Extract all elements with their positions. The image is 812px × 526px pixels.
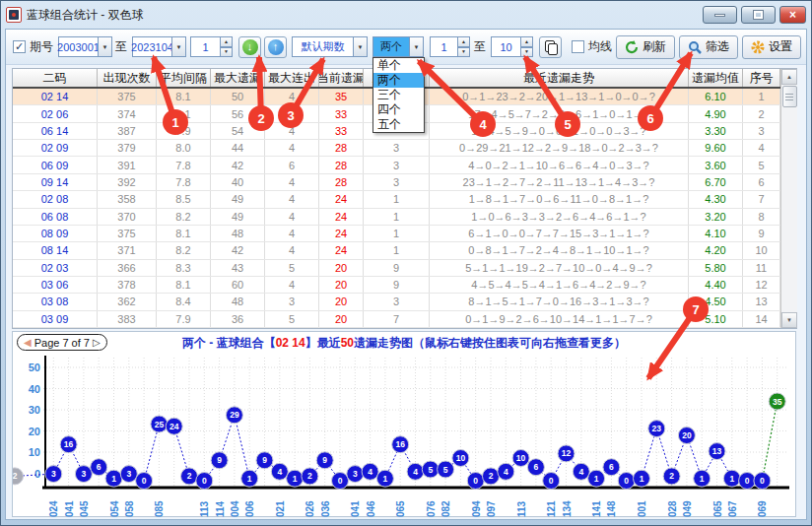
- svg-text:4: 4: [504, 467, 508, 477]
- next-period-button[interactable]: ↑: [264, 36, 287, 58]
- cell-miss_mean: 9.60: [689, 140, 743, 156]
- client-area: ✓ 期号 2003001 ▼ 至 2023104 ▼ 1 ▲▼ ↓ ↑ 默认期数…: [5, 29, 807, 520]
- svg-text:026: 026: [304, 500, 315, 517]
- column-header[interactable]: 序号: [743, 69, 780, 87]
- cell-cur_miss: 28: [319, 140, 364, 156]
- cell-max_streak: 5: [265, 311, 319, 327]
- svg-text:001: 001: [637, 500, 647, 517]
- column-header[interactable]: 平均间隔: [157, 69, 211, 87]
- table-row[interactable]: 09 143927.840428323→1→2→7→2→11→13→1→4→3→…: [13, 174, 780, 191]
- period-from-combo[interactable]: 2003001 ▼: [58, 36, 112, 57]
- table-row[interactable]: 02 083588.54942411→8→1→7→0→6→11→0→8→1→?4…: [13, 191, 780, 208]
- svg-text:054: 054: [109, 500, 120, 517]
- omission-trend-chart[interactable]: 0102030405023163613025242092919412903411…: [13, 352, 795, 519]
- svg-text:006: 006: [244, 500, 255, 517]
- page-prev-icon[interactable]: ◀: [24, 337, 32, 348]
- prev-period-button[interactable]: ↓: [238, 36, 261, 58]
- group-size-combo[interactable]: 两个 ▼ 单个两个三个四个五个: [372, 36, 424, 57]
- svg-text:0: 0: [338, 476, 343, 486]
- preset-periods-combo[interactable]: 默认期数 ▼: [292, 36, 368, 57]
- chart-title-segment: 遗漏走势图（鼠标右键按住图表可向右拖查看更多）: [354, 336, 626, 350]
- period-to-combo[interactable]: 2023104 ▼: [132, 36, 186, 57]
- cell-max_miss: 43: [211, 260, 265, 276]
- dropdown-item[interactable]: 四个: [373, 102, 424, 117]
- cell-count: 378: [98, 277, 157, 293]
- cell-max_streak: 4: [265, 242, 319, 258]
- table-row[interactable]: 08 093758.14842416→1→0→0→7→7→15→3→1→1→?4…: [13, 226, 780, 242]
- maximize-button[interactable]: [741, 6, 776, 24]
- range-to-spinner[interactable]: 10 ▲▼: [491, 36, 533, 57]
- column-header[interactable]: 遗漏均值: [689, 69, 743, 87]
- cell-cur_miss: 24: [319, 191, 364, 207]
- dropdown-item[interactable]: 三个: [373, 88, 424, 102]
- column-header[interactable]: 最近遗漏走势: [430, 69, 689, 87]
- chart-header: ◀ Page 7 of 7 ▷ 两个 - 蓝球组合【02 14】最近50遗漏走势…: [13, 333, 795, 353]
- dropdown-item[interactable]: 两个: [373, 73, 424, 88]
- table-row[interactable]: 06 093917.84262834→0→2→1→10→6→6→4→0→3→?3…: [13, 157, 780, 173]
- spin-down-icon[interactable]: ▼: [220, 47, 233, 58]
- period-checkbox[interactable]: ✓: [13, 40, 26, 53]
- svg-text:29: 29: [230, 410, 239, 420]
- chevron-down-icon[interactable]: ▼: [353, 36, 368, 57]
- cell-max_streak: 4: [265, 226, 319, 241]
- cell-max_miss: 49: [211, 209, 265, 225]
- table-row[interactable]: 03 063788.16042094→5→4→5→4→1→6→4→2→9→?4.…: [13, 277, 780, 294]
- spin-down-icon[interactable]: ▼: [457, 47, 470, 58]
- svg-text:1: 1: [383, 474, 388, 484]
- close-button[interactable]: ×: [779, 6, 806, 24]
- cell-miss_mean: 4.10: [689, 226, 743, 241]
- refresh-icon: [625, 40, 639, 54]
- cell-prev_miss: 9: [364, 277, 430, 293]
- table-row[interactable]: 06 083708.24942411→0→6→3→3→2→6→4→6→1→?3.…: [13, 209, 780, 226]
- ma-checkbox[interactable]: ✓: [572, 40, 584, 53]
- table-row[interactable]: 02 093798.04442830→29→21→12→2→9→18→0→2→3…: [13, 140, 780, 157]
- settings-button[interactable]: 设置: [742, 35, 801, 59]
- spin-down-icon[interactable]: ▼: [520, 47, 533, 58]
- step-spinner[interactable]: 1 ▲▼: [190, 36, 233, 57]
- scrollbar-thumb[interactable]: [782, 86, 797, 107]
- spin-up-icon[interactable]: ▲: [220, 36, 233, 47]
- table-row[interactable]: 02 033668.34352095→1→1→19→2→7→10→0→4→9→?…: [13, 260, 780, 277]
- scroll-down-icon[interactable]: ▼: [781, 312, 797, 328]
- cell-max_streak: 4: [265, 105, 319, 121]
- table-row[interactable]: 03 093837.93652070→1→9→2→6→10→14→1→1→7→?…: [13, 311, 780, 328]
- cell-max_miss: 50: [211, 89, 265, 104]
- cell-trend: 17→4→5→7→2→6→6→1→0→1→?: [430, 105, 689, 121]
- page-next-icon[interactable]: ▷: [93, 337, 101, 348]
- column-header[interactable]: 二码: [13, 69, 98, 87]
- column-header[interactable]: 最大连出: [265, 69, 319, 87]
- table-row[interactable]: 08 143718.24242410→8→1→7→2→4→8→1→10→1→?4…: [13, 242, 780, 259]
- range-from-spinner[interactable]: 1 ▲▼: [430, 36, 470, 57]
- spin-up-icon[interactable]: ▲: [520, 36, 533, 47]
- cell-trend: 0→29→21→12→2→9→18→0→2→3→?: [430, 140, 689, 156]
- table-row[interactable]: 03 083628.44832038→1→5→1→7→0→16→3→1→3→?4…: [13, 294, 780, 310]
- svg-text:9: 9: [322, 455, 327, 465]
- svg-text:1: 1: [700, 474, 705, 484]
- svg-text:5: 5: [443, 465, 448, 475]
- chevron-down-icon[interactable]: ▼: [409, 36, 424, 57]
- column-header[interactable]: 当前遗漏: [319, 69, 364, 87]
- cell-cur_miss: 24: [319, 209, 364, 225]
- chart-title-segment: 两个 - 蓝球组合【: [182, 336, 276, 350]
- spin-up-icon[interactable]: ▲: [457, 36, 470, 47]
- column-header[interactable]: 最大遗漏: [211, 69, 265, 87]
- pager[interactable]: ◀ Page 7 of 7 ▷: [17, 334, 107, 351]
- dropdown-item[interactable]: 单个: [373, 58, 424, 73]
- svg-text:3: 3: [51, 469, 56, 479]
- minimize-button[interactable]: [703, 6, 737, 24]
- scroll-up-icon[interactable]: ▲: [781, 69, 797, 85]
- chevron-down-icon[interactable]: ▼: [171, 36, 186, 57]
- cell-avg_gap: 8.0: [157, 140, 211, 156]
- svg-text:024: 024: [48, 500, 59, 517]
- copy-button[interactable]: [539, 36, 562, 58]
- cell-no: 6: [743, 174, 780, 190]
- cell-count: 362: [98, 294, 157, 309]
- dropdown-item[interactable]: 五个: [373, 117, 424, 132]
- refresh-button[interactable]: 刷新: [616, 35, 675, 59]
- svg-text:036: 036: [320, 500, 331, 517]
- column-header[interactable]: 出现次数: [98, 69, 157, 87]
- vertical-scrollbar[interactable]: ▲ ▼: [780, 69, 797, 328]
- filter-button[interactable]: 筛选: [679, 35, 738, 59]
- svg-text:076: 076: [426, 500, 437, 517]
- chevron-down-icon[interactable]: ▼: [98, 36, 112, 57]
